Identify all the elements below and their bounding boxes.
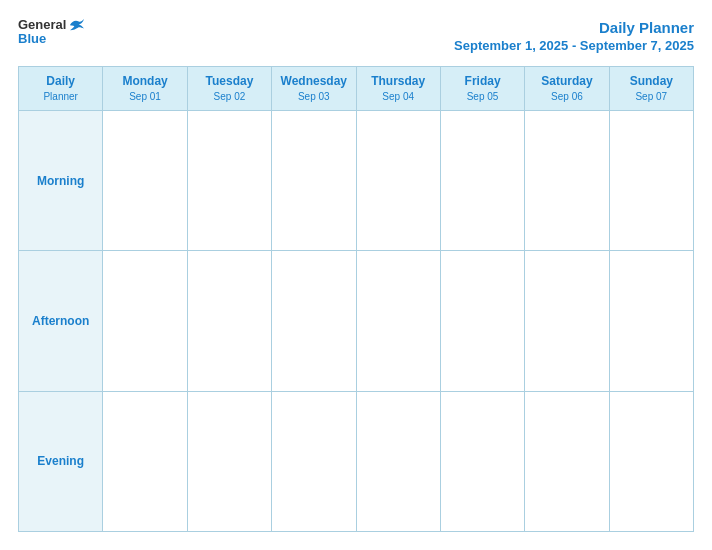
evening-friday bbox=[440, 391, 524, 531]
morning-label: Morning bbox=[19, 111, 103, 251]
morning-wednesday bbox=[272, 111, 356, 251]
afternoon-friday bbox=[440, 251, 524, 391]
afternoon-monday bbox=[103, 251, 187, 391]
evening-monday bbox=[103, 391, 187, 531]
morning-friday bbox=[440, 111, 524, 251]
daily-planner-header: Daily Planner bbox=[19, 67, 103, 111]
afternoon-label: Afternoon bbox=[19, 251, 103, 391]
col-header-sunday: Sunday Sep 07 bbox=[609, 67, 693, 111]
col-header-wednesday: Wednesday Sep 03 bbox=[272, 67, 356, 111]
col-header-saturday: Saturday Sep 06 bbox=[525, 67, 609, 111]
evening-label: Evening bbox=[19, 391, 103, 531]
morning-sunday bbox=[609, 111, 693, 251]
morning-thursday bbox=[356, 111, 440, 251]
evening-tuesday bbox=[187, 391, 271, 531]
afternoon-wednesday bbox=[272, 251, 356, 391]
afternoon-tuesday bbox=[187, 251, 271, 391]
col-header-thursday: Thursday Sep 04 bbox=[356, 67, 440, 111]
page-subtitle: September 1, 2025 - September 7, 2025 bbox=[454, 38, 694, 55]
table-row-morning: Morning bbox=[19, 111, 694, 251]
morning-monday bbox=[103, 111, 187, 251]
table-row-afternoon: Afternoon bbox=[19, 251, 694, 391]
afternoon-sunday bbox=[609, 251, 693, 391]
logo-bird-icon bbox=[68, 18, 86, 32]
planner-table: Daily Planner Monday Sep 01 Tuesday Sep … bbox=[18, 66, 694, 532]
title-area: Daily Planner September 1, 2025 - Septem… bbox=[454, 18, 694, 54]
afternoon-thursday bbox=[356, 251, 440, 391]
evening-wednesday bbox=[272, 391, 356, 531]
afternoon-saturday bbox=[525, 251, 609, 391]
table-header-row: Daily Planner Monday Sep 01 Tuesday Sep … bbox=[19, 67, 694, 111]
page-title: Daily Planner bbox=[454, 18, 694, 38]
logo-blue-text: Blue bbox=[18, 32, 46, 46]
col-header-monday: Monday Sep 01 bbox=[103, 67, 187, 111]
morning-saturday bbox=[525, 111, 609, 251]
table-row-evening: Evening bbox=[19, 391, 694, 531]
logo-general-text: General bbox=[18, 18, 66, 32]
evening-sunday bbox=[609, 391, 693, 531]
col-header-friday: Friday Sep 05 bbox=[440, 67, 524, 111]
evening-saturday bbox=[525, 391, 609, 531]
page-header: General Blue Daily Planner September 1, … bbox=[18, 18, 694, 54]
evening-thursday bbox=[356, 391, 440, 531]
morning-tuesday bbox=[187, 111, 271, 251]
logo-area: General Blue bbox=[18, 18, 86, 47]
col-header-tuesday: Tuesday Sep 02 bbox=[187, 67, 271, 111]
